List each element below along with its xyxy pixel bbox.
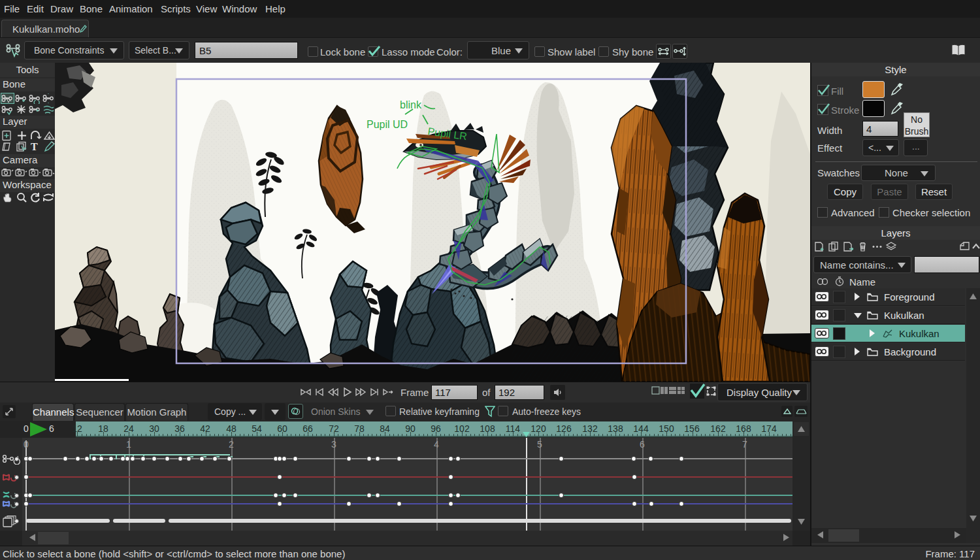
svg-text:Pupil UD: Pupil UD	[367, 119, 408, 130]
svg-text:blink: blink	[400, 99, 422, 110]
